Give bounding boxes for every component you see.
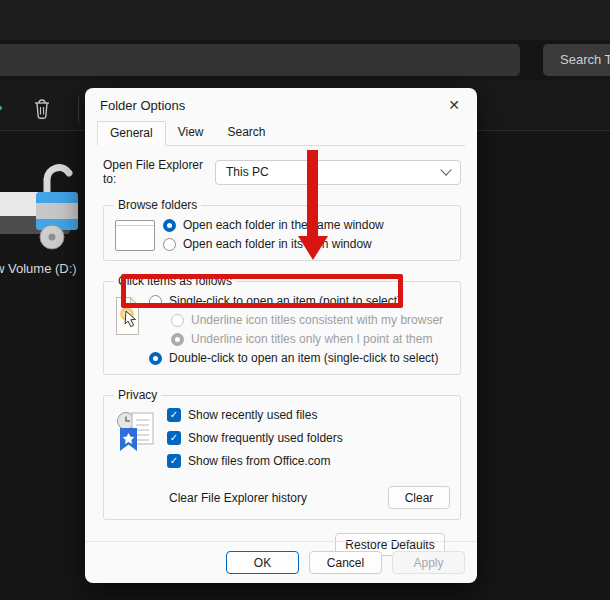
checkbox-checked-icon: ✓: [167, 408, 181, 422]
open-to-value: This PC: [226, 165, 269, 179]
tab-view[interactable]: View: [166, 121, 216, 146]
radio-open-same-window[interactable]: Open each folder in the same window: [163, 217, 452, 233]
tab-general[interactable]: General: [97, 121, 166, 146]
unlocked-drive-icon[interactable]: [0, 152, 92, 262]
browse-folders-group: Browse folders Open each folder in the s…: [103, 198, 461, 261]
radio-selected-icon: [163, 219, 176, 232]
checkbox-label: Show files from Office.com: [188, 454, 331, 468]
toolbar-divider: [78, 97, 79, 123]
tab-search[interactable]: Search: [216, 121, 278, 146]
privacy-history-icon: [115, 410, 159, 454]
radio-icon: [149, 295, 162, 308]
radio-label: Open each folder in the same window: [183, 218, 384, 232]
radio-single-click[interactable]: Single-click to open an item (point to s…: [149, 293, 452, 309]
search-input[interactable]: Search Thi: [543, 44, 610, 76]
checkbox-recent-files[interactable]: ✓ Show recently used files: [167, 407, 452, 423]
folder-options-dialog: Folder Options ✕ General View Search Ope…: [85, 88, 477, 583]
checkbox-frequent-folders[interactable]: ✓ Show frequently used folders: [167, 430, 452, 446]
apply-button[interactable]: Apply: [392, 551, 465, 574]
click-items-legend: Click items as follows: [114, 274, 236, 288]
privacy-group: Privacy ✓ Show recently used files: [103, 388, 461, 520]
radio-underline-point: Underline icon titles only when I point …: [171, 331, 452, 347]
open-to-dropdown[interactable]: This PC: [215, 160, 461, 185]
close-icon[interactable]: ✕: [445, 97, 463, 113]
click-document-icon: [115, 296, 141, 338]
radio-label: Open each folder in its own window: [183, 237, 372, 251]
checkbox-office-files[interactable]: ✓ Show files from Office.com: [167, 453, 452, 469]
click-items-group: Click items as follows Single-click to o…: [103, 274, 461, 375]
radio-selected-icon: [149, 352, 162, 365]
radio-label: Underline icon titles only when I point …: [191, 332, 432, 346]
dialog-titlebar: Folder Options ✕: [85, 88, 477, 113]
privacy-legend: Privacy: [114, 388, 161, 402]
radio-underline-consistent: Underline icon titles consistent with my…: [171, 312, 452, 328]
cancel-button[interactable]: Cancel: [309, 551, 382, 574]
dialog-footer: OK Cancel Apply: [85, 541, 477, 583]
dialog-title: Folder Options: [100, 98, 185, 113]
drive-label[interactable]: w Volume (D:): [0, 261, 90, 276]
checkbox-label: Show recently used files: [188, 408, 317, 422]
chevron-down-icon: [440, 164, 451, 175]
radio-double-click[interactable]: Double-click to open an item (single-cli…: [149, 350, 452, 366]
clear-history-label: Clear File Explorer history: [169, 491, 388, 505]
address-bar[interactable]: [0, 44, 520, 76]
browse-folders-legend: Browse folders: [114, 198, 201, 212]
radio-label: Underline icon titles consistent with my…: [191, 313, 443, 327]
radio-disabled-icon: [171, 314, 184, 327]
delete-icon[interactable]: [32, 98, 52, 120]
partial-toolbar-icon: [0, 100, 8, 116]
checkbox-checked-icon: ✓: [167, 431, 181, 445]
checkbox-checked-icon: ✓: [167, 454, 181, 468]
folder-window-icon: [115, 220, 155, 251]
clear-button[interactable]: Clear: [388, 486, 450, 509]
general-tab-panel: Open File Explorer to: This PC Browse fo…: [85, 146, 477, 556]
open-file-explorer-label: Open File Explorer to:: [103, 158, 215, 186]
window-titlebar: [0, 0, 610, 40]
ok-button[interactable]: OK: [226, 551, 299, 574]
radio-open-own-window[interactable]: Open each folder in its own window: [163, 236, 452, 252]
radio-icon: [163, 238, 176, 251]
checkbox-label: Show frequently used folders: [188, 431, 343, 445]
radio-label: Double-click to open an item (single-cli…: [169, 351, 438, 365]
radio-label: Single-click to open an item (point to s…: [169, 294, 401, 308]
radio-disabled-selected-icon: [171, 333, 184, 346]
tab-strip: General View Search: [97, 120, 465, 146]
